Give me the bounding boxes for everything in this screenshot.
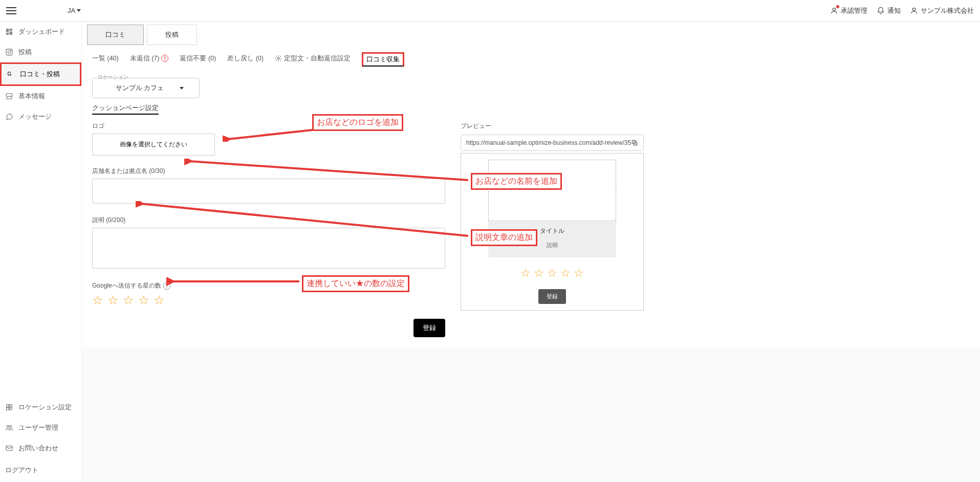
form-panel: ロゴ 画像を選択してください 店舗名または拠点名 (0/30) 説明 (0/20… xyxy=(92,122,445,337)
svg-point-17 xyxy=(277,57,279,59)
sidebar-item-review-post[interactable]: G 口コミ・投稿 xyxy=(0,62,81,86)
star-icon: ☆ xyxy=(520,267,531,280)
company-label: サンプル株式会社 xyxy=(921,6,974,15)
svg-line-19 xyxy=(189,161,468,180)
star-icon: ☆ xyxy=(574,267,584,280)
approval-icon xyxy=(830,7,838,15)
sidebar-item-post[interactable]: 投稿 xyxy=(0,42,81,62)
sidebar-label: 口コミ・投稿 xyxy=(20,70,60,79)
language-selector[interactable]: JA xyxy=(68,7,81,14)
dashboard-icon xyxy=(5,28,13,36)
star-5[interactable]: ☆ xyxy=(154,293,165,308)
sidebar-label: ユーザー管理 xyxy=(18,423,58,432)
annotation-desc: 説明文章の追加 xyxy=(471,229,537,246)
svg-point-1 xyxy=(912,8,915,10)
svg-rect-3 xyxy=(10,29,12,31)
tab-post[interactable]: 投稿 xyxy=(147,25,197,45)
svg-point-8 xyxy=(11,50,11,51)
caret-down-icon xyxy=(180,87,184,90)
svg-line-18 xyxy=(228,130,312,139)
sidebar: ダッシュボード 投稿 G 口コミ・投稿 基本情報 メッセージ ロケーショ xyxy=(0,21,82,482)
tab-template[interactable]: 定型文・自動返信設定 xyxy=(275,54,351,65)
sidebar-item-basic-info[interactable]: 基本情報 xyxy=(0,86,81,106)
copy-icon[interactable] xyxy=(631,139,638,146)
sidebar-label: メッセージ xyxy=(18,112,52,121)
main-content: 口コミ 投稿 一覧 (40) 未返信 (7) ! 返信不要 (0) 差し戻し (… xyxy=(82,21,980,482)
tab-rejected[interactable]: 差し戻し (0) xyxy=(227,54,264,65)
preview-image-placeholder xyxy=(488,160,616,221)
svg-rect-10 xyxy=(7,405,9,407)
svg-point-13 xyxy=(10,408,12,410)
notification-label: 通知 xyxy=(887,6,901,15)
svg-point-0 xyxy=(833,8,835,10)
sidebar-item-inquiry[interactable]: お問い合わせ xyxy=(0,438,81,458)
star-3[interactable]: ☆ xyxy=(123,293,134,308)
approval-link[interactable]: 承認管理 xyxy=(830,6,867,15)
sidebar-item-user-mgmt[interactable]: ユーザー管理 xyxy=(0,418,81,438)
star-icon: ☆ xyxy=(560,267,571,280)
svg-line-20 xyxy=(141,204,468,236)
store-icon xyxy=(5,92,13,100)
subtab-label[interactable]: クッションページ設定 xyxy=(92,104,159,115)
sidebar-label: ロケーション設定 xyxy=(18,403,72,412)
submit-button[interactable]: 登録 xyxy=(413,319,445,337)
arrow-icon xyxy=(184,159,471,184)
star-icon: ☆ xyxy=(534,267,544,280)
svg-rect-2 xyxy=(6,29,9,32)
preview-label: プレビュー xyxy=(461,122,644,130)
secondary-tabs: 一覧 (40) 未返信 (7) ! 返信不要 (0) 差し戻し (0) 定型文・… xyxy=(82,45,980,67)
google-icon: G xyxy=(7,70,15,78)
caret-down-icon xyxy=(77,9,81,12)
sidebar-item-location-setting[interactable]: ロケーション設定 xyxy=(0,397,81,418)
preview-url-box: https://manual-sample.optimize-business.… xyxy=(461,135,644,151)
sidebar-label: お問い合わせ xyxy=(18,444,58,453)
star-2[interactable]: ☆ xyxy=(107,293,119,308)
location-value: サンプル カフェ xyxy=(100,83,180,93)
stars-label-text: Googleへ送信する星の数 xyxy=(92,281,161,290)
tab-noreply[interactable]: 返信不要 (0) xyxy=(180,54,216,65)
instagram-icon xyxy=(5,48,13,56)
alert-icon: ! xyxy=(161,55,168,62)
location-select[interactable]: サンプル カフェ xyxy=(92,78,200,98)
bell-icon xyxy=(877,7,885,15)
sidebar-item-logout[interactable]: ログアウト xyxy=(0,458,81,482)
cushion-page-subtab: クッションページ設定 xyxy=(82,98,980,113)
tab-label: 定型文・自動返信設定 xyxy=(284,54,351,63)
preview-submit-button: 登録 xyxy=(538,289,566,304)
sidebar-item-message[interactable]: メッセージ xyxy=(0,106,81,127)
approval-label: 承認管理 xyxy=(841,6,867,15)
notification-link[interactable]: 通知 xyxy=(877,6,901,15)
svg-rect-11 xyxy=(10,405,12,407)
sidebar-label: 基本情報 xyxy=(18,92,45,101)
preview-stars: ☆ ☆ ☆ ☆ ☆ xyxy=(520,267,584,280)
tab-collect[interactable]: 口コミ収集 xyxy=(362,52,404,67)
chat-icon xyxy=(5,113,13,121)
svg-text:G: G xyxy=(7,71,11,77)
annotation-logo: お店などのロゴを追加 xyxy=(312,114,403,131)
select-image-button[interactable]: 画像を選択してください xyxy=(92,134,215,156)
preview-url: https://manual-sample.optimize-business.… xyxy=(466,139,631,146)
primary-tabs: 口コミ 投稿 xyxy=(82,21,980,45)
tab-list[interactable]: 一覧 (40) xyxy=(92,54,119,65)
gear-icon xyxy=(275,55,282,62)
sidebar-item-dashboard[interactable]: ダッシュボード xyxy=(0,21,81,42)
arrow-icon xyxy=(223,129,315,142)
star-icon: ☆ xyxy=(547,267,557,280)
menu-icon[interactable] xyxy=(6,7,16,14)
svg-point-7 xyxy=(8,51,10,53)
star-1[interactable]: ☆ xyxy=(92,293,103,308)
tab-unreplied[interactable]: 未返信 (7) ! xyxy=(130,54,169,65)
annotation-stars: 連携していい★の数の設定 xyxy=(302,275,409,292)
tab-review[interactable]: 口コミ xyxy=(87,25,144,45)
svg-point-15 xyxy=(10,425,12,427)
company-menu[interactable]: サンプル株式会社 xyxy=(910,6,974,15)
sidebar-label: ダッシュボード xyxy=(18,27,65,36)
svg-rect-12 xyxy=(7,408,9,410)
star-4[interactable]: ☆ xyxy=(138,293,149,308)
location-icon xyxy=(5,403,13,411)
svg-point-14 xyxy=(7,425,9,427)
user-icon xyxy=(910,7,918,15)
arrow-icon xyxy=(136,201,471,239)
topbar: JA 承認管理 通知 サンプル株式会社 xyxy=(0,0,980,21)
svg-rect-5 xyxy=(6,33,9,35)
